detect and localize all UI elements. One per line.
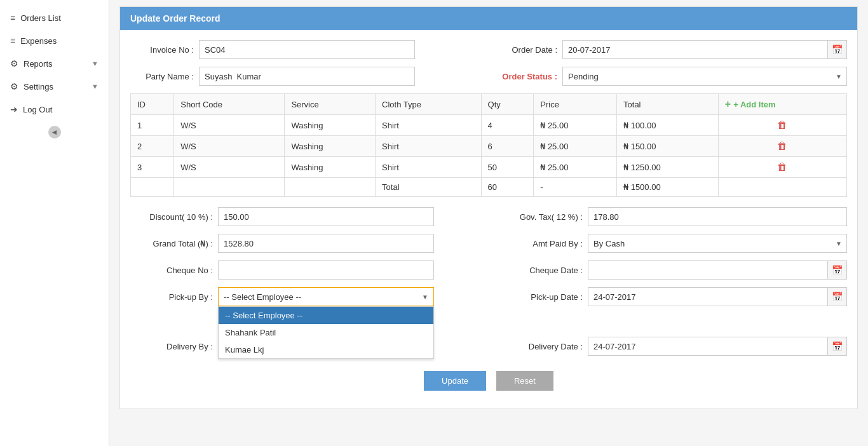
cell-total: ₦ 150.00 xyxy=(617,136,719,157)
list-icon: ≡ xyxy=(10,13,15,23)
gov-tax-group: Gov. Tax( 12 %) : xyxy=(494,207,847,226)
form-row-discount: Discount( 10 %) : Gov. Tax( 12 %) : xyxy=(130,207,847,226)
amt-paid-group: Amt Paid By : By Cash By Cheque Online xyxy=(494,234,847,253)
discount-input[interactable] xyxy=(218,207,434,226)
sidebar-toggle-button[interactable]: ◄ xyxy=(48,126,61,139)
cell-id: 1 xyxy=(131,115,174,136)
col-header-id: ID xyxy=(131,94,174,115)
amt-paid-select[interactable]: By Cash By Cheque Online xyxy=(588,234,847,253)
sidebar-item-label: Reports xyxy=(24,59,53,69)
cell-qty: 4 xyxy=(481,115,534,136)
total-qty: 60 xyxy=(481,178,534,197)
order-status-select-wrapper: Pending Completed Cancelled xyxy=(562,67,847,86)
delivery-date-calendar-button[interactable]: 📅 xyxy=(828,337,847,356)
form-row-pickup: Pick-up By : -- Select Employee -- ▼ -- … xyxy=(130,287,847,306)
party-name-label: Party Name : xyxy=(130,72,194,81)
sidebar: ≡ Orders List ≡ Expenses ⚙ Reports ▼ ⚙ S… xyxy=(0,0,109,446)
cell-total: ₦ 1250.00 xyxy=(617,157,719,178)
pickup-date-input-wrapper: 📅 xyxy=(588,287,847,306)
update-button[interactable]: Update xyxy=(424,371,486,391)
cell-price: ₦ 25.00 xyxy=(534,136,617,157)
sidebar-item-label: Orders List xyxy=(20,13,61,23)
pickup-by-option-2[interactable]: Kumae Lkj xyxy=(219,341,433,358)
logout-icon: ➜ xyxy=(10,104,18,114)
cell-id: 2 xyxy=(131,136,174,157)
order-status-select[interactable]: Pending Completed Cancelled xyxy=(562,67,847,86)
sidebar-item-logout[interactable]: ➜ Log Out xyxy=(0,98,109,121)
cell-price: ₦ 25.00 xyxy=(534,115,617,136)
cell-qty: 6 xyxy=(481,136,534,157)
cell-short-code: W/S xyxy=(174,136,285,157)
cheque-no-label: Cheque No : xyxy=(130,266,213,275)
total-price: - xyxy=(534,178,617,197)
main-content: Update Order Record Invoice No : Order D… xyxy=(109,0,868,446)
col-header-short-code: Short Code xyxy=(174,94,285,115)
pickup-date-label: Pick-up Date : xyxy=(494,292,583,302)
cell-total: ₦ 100.00 xyxy=(617,115,719,136)
cell-delete: 🗑 xyxy=(718,157,846,178)
sidebar-item-settings[interactable]: ⚙ Settings ▼ xyxy=(0,75,109,98)
gov-tax-input[interactable] xyxy=(588,207,847,226)
reset-button[interactable]: Reset xyxy=(496,371,553,391)
cheque-date-input[interactable] xyxy=(588,260,828,280)
col-header-total: Total xyxy=(617,94,719,115)
sidebar-item-label: Expenses xyxy=(20,36,57,46)
total-label: Total xyxy=(376,178,481,197)
pickup-by-chevron: ▼ xyxy=(422,294,428,301)
grand-total-input[interactable] xyxy=(218,234,434,253)
card-title: Update Order Record xyxy=(130,13,220,24)
cheque-date-input-wrapper: 📅 xyxy=(588,260,847,280)
pickup-date-group: Pick-up Date : 📅 xyxy=(494,287,847,306)
pickup-by-label: Pick-up By : xyxy=(130,292,213,302)
amt-paid-label: Amt Paid By : xyxy=(494,239,583,248)
delete-row-button[interactable]: 🗑 xyxy=(777,119,787,131)
cheque-date-calendar-button[interactable]: 📅 xyxy=(828,260,847,280)
order-date-label: Order Date : xyxy=(494,45,557,55)
discount-label: Discount( 10 %) : xyxy=(130,212,213,222)
cell-service: Washing xyxy=(285,157,376,178)
cell-service: Washing xyxy=(285,115,376,136)
sidebar-item-expenses[interactable]: ≡ Expenses xyxy=(0,29,109,52)
chevron-down-icon: ▼ xyxy=(92,83,98,90)
table-row: 1 W/S Washing Shirt 4 ₦ 25.00 ₦ 100.00 🗑 xyxy=(131,115,847,136)
grand-total-group: Grand Total (₦) : xyxy=(130,234,484,253)
col-header-cloth-type: Cloth Type xyxy=(376,94,481,115)
cell-cloth-type: Shirt xyxy=(376,136,481,157)
update-order-card: Update Order Record Invoice No : Order D… xyxy=(119,6,858,409)
col-header-price: Price xyxy=(534,94,617,115)
party-name-input[interactable] xyxy=(199,67,415,86)
order-status-label: Order Status : xyxy=(494,72,557,81)
cell-price: ₦ 25.00 xyxy=(534,157,617,178)
sidebar-item-reports[interactable]: ⚙ Reports ▼ xyxy=(0,52,109,75)
delete-row-button[interactable]: 🗑 xyxy=(777,140,787,152)
pickup-by-option-0[interactable]: -- Select Employee -- xyxy=(219,307,433,324)
pickup-date-calendar-button[interactable]: 📅 xyxy=(828,287,847,306)
sidebar-item-orders-list[interactable]: ≡ Orders List xyxy=(0,6,109,29)
reports-icon: ⚙ xyxy=(10,58,18,69)
card-header: Update Order Record xyxy=(120,7,857,30)
pickup-date-input[interactable] xyxy=(588,287,828,306)
chevron-down-icon: ▼ xyxy=(92,60,98,67)
pickup-by-display[interactable]: -- Select Employee -- ▼ xyxy=(218,287,434,306)
delivery-date-input[interactable] xyxy=(588,337,828,356)
delivery-date-input-wrapper: 📅 xyxy=(588,337,847,356)
pickup-by-option-1[interactable]: Shahank Patil xyxy=(219,324,433,341)
invoice-label: Invoice No : xyxy=(130,45,194,55)
plus-icon: + xyxy=(725,98,731,110)
order-date-calendar-button[interactable]: 📅 xyxy=(828,40,847,59)
order-date-input[interactable] xyxy=(562,40,828,59)
order-status-group: Order Status : Pending Completed Cancell… xyxy=(494,67,847,86)
add-item-button[interactable]: + + Add Item xyxy=(725,98,776,110)
toggle-icon: ◄ xyxy=(51,128,58,137)
action-buttons: Update Reset xyxy=(130,363,847,398)
cell-short-code: W/S xyxy=(174,157,285,178)
delete-row-button[interactable]: 🗑 xyxy=(777,161,787,173)
sidebar-item-label: Settings xyxy=(24,82,53,91)
sidebar-item-label: Log Out xyxy=(23,105,52,114)
invoice-input[interactable] xyxy=(199,40,415,59)
discount-group: Discount( 10 %) : xyxy=(130,207,484,226)
order-date-group: Order Date : 📅 xyxy=(494,40,847,59)
cheque-no-input[interactable] xyxy=(218,260,434,280)
cheque-no-group: Cheque No : xyxy=(130,260,484,280)
cell-delete: 🗑 xyxy=(718,115,846,136)
